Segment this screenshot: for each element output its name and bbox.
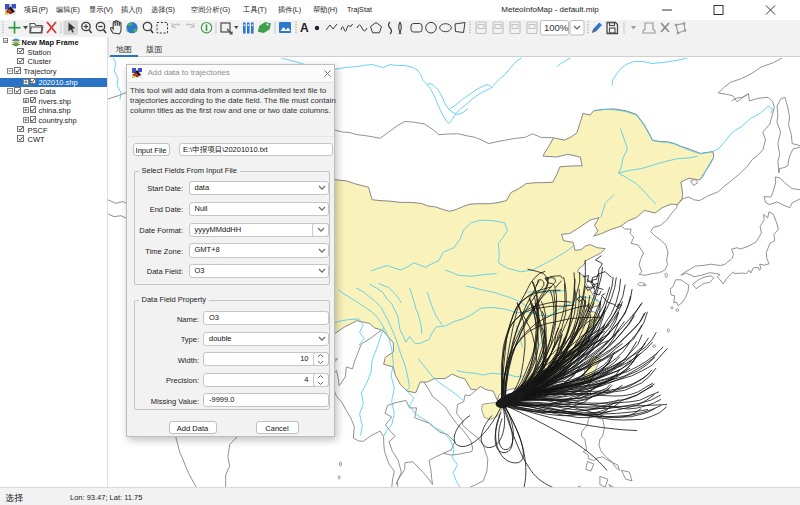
svg-text:A: A	[300, 21, 309, 35]
svg-text:100%: 100%	[544, 22, 569, 33]
